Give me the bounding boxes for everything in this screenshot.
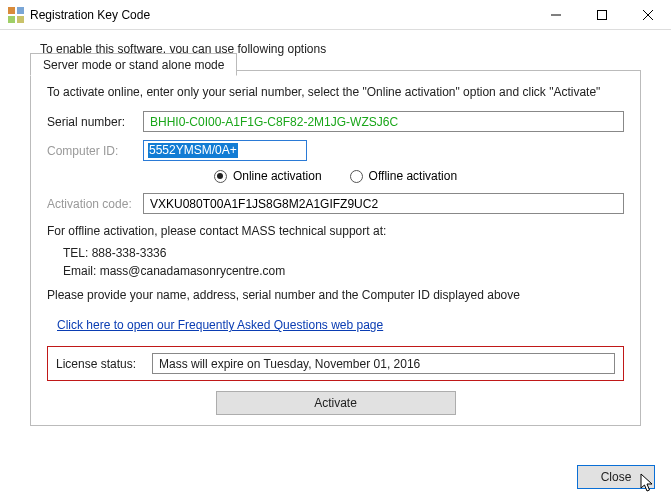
close-button[interactable]: Close: [577, 465, 655, 489]
computer-id-label: Computer ID:: [47, 144, 143, 158]
support-tel: TEL: 888-338-3336: [63, 244, 624, 262]
activate-button[interactable]: Activate: [216, 391, 456, 415]
online-activation-radio[interactable]: Online activation: [214, 169, 322, 183]
dialog-content: To enable this software, you can use fol…: [0, 30, 671, 426]
license-status-row: License status:: [47, 346, 624, 381]
radio-icon: [214, 170, 227, 183]
window-title: Registration Key Code: [30, 8, 150, 22]
minimize-button[interactable]: [533, 0, 579, 30]
serial-number-row: Serial number:: [47, 111, 624, 132]
serial-number-label: Serial number:: [47, 115, 143, 129]
support-block: For offline activation, please contact M…: [47, 224, 624, 302]
support-footer: Please provide your name, address, seria…: [47, 288, 624, 302]
app-icon: [8, 7, 24, 23]
activation-instructions: To activate online, enter only your seri…: [47, 85, 624, 99]
maximize-button[interactable]: [579, 0, 625, 30]
license-status-field: [152, 353, 615, 374]
online-activation-label: Online activation: [233, 169, 322, 183]
close-window-button[interactable]: [625, 0, 671, 30]
support-email: Email: mass@canadamasonrycentre.com: [63, 262, 624, 280]
computer-id-row: Computer ID: 5552YMSM/0A+: [47, 140, 624, 161]
activation-code-row: Activation code:: [47, 193, 624, 214]
activation-code-label: Activation code:: [47, 197, 143, 211]
radio-icon: [350, 170, 363, 183]
window-titlebar: Registration Key Code: [0, 0, 671, 30]
computer-id-selection: 5552YMSM/0A+: [148, 143, 238, 158]
tab-server-mode[interactable]: Server mode or stand alone mode: [30, 53, 237, 76]
support-header: For offline activation, please contact M…: [47, 224, 624, 238]
serial-number-input[interactable]: [143, 111, 624, 132]
offline-activation-radio[interactable]: Offline activation: [350, 169, 458, 183]
window-controls: [533, 0, 671, 30]
offline-activation-label: Offline activation: [369, 169, 458, 183]
activation-code-input[interactable]: [143, 193, 624, 214]
tab-panel: Server mode or stand alone mode To activ…: [30, 70, 641, 426]
svg-rect-1: [598, 10, 607, 19]
activation-mode-group: Online activation Offline activation: [47, 169, 624, 183]
faq-link[interactable]: Click here to open our Frequently Asked …: [57, 318, 383, 332]
license-status-label: License status:: [56, 357, 152, 371]
